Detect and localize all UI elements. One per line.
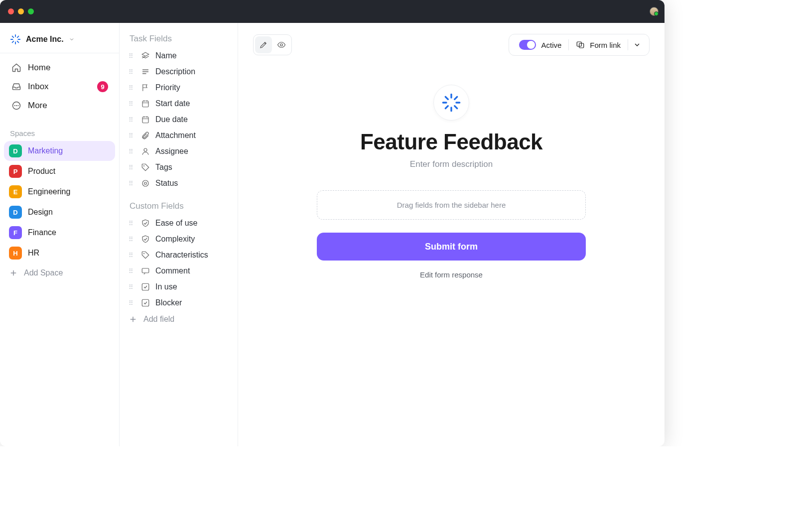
drag-handle-icon: ⠿ [129,100,135,108]
titlebar [0,0,664,23]
nav-home[interactable]: Home [4,58,115,77]
nav-inbox[interactable]: Inbox 9 [4,77,115,96]
calendar-icon [140,115,150,125]
nav-home-label: Home [28,63,50,73]
space-label: Engineering [28,187,70,196]
spaces-list: DMarketingPProductEEngineeringDDesignFFi… [0,140,119,264]
submit-form-button[interactable]: Submit form [317,233,586,261]
add-field-button[interactable]: Add field [125,311,233,328]
sidebar: Acme Inc. Home Inbox 9 More [0,23,120,446]
edit-form-response-link[interactable]: Edit form response [420,270,483,279]
close-window-button[interactable] [8,8,14,14]
space-label: HR [28,249,39,258]
chevron-down-icon [69,36,75,42]
space-item-design[interactable]: DDesign [4,202,115,222]
edit-mode-button[interactable] [255,36,272,53]
mode-toggle-group [253,34,292,55]
field-label: Assignee [155,147,188,156]
maximize-window-button[interactable] [28,8,34,14]
user-icon [140,146,150,156]
primary-nav: Home Inbox 9 More [0,53,119,124]
space-item-engineering[interactable]: EEngineering [4,182,115,202]
task-field-status[interactable]: ⠿Status [125,175,233,191]
space-label: Design [28,208,53,217]
custom-field-ease-of-use[interactable]: ⠿Ease of use [125,215,233,231]
custom-field-complexity[interactable]: ⠿Complexity [125,231,233,247]
space-item-finance[interactable]: FFinance [4,223,115,243]
shield-icon [140,218,150,228]
spaces-section-label: Spaces [0,124,119,140]
app-logo-icon [10,34,21,45]
drag-handle-icon: ⠿ [129,84,135,92]
task-field-name[interactable]: ⠿Name [125,48,233,64]
task-field-attachment[interactable]: ⠿Attachment [125,128,233,143]
pencil-icon [259,40,268,49]
dropzone-hint: Drag fields from the sidebar here [397,201,506,209]
field-label: Comment [155,266,190,275]
space-item-product[interactable]: PProduct [4,161,115,181]
custom-field-comment[interactable]: ⠿Comment [125,263,233,279]
custom-field-characteristics[interactable]: ⠿Characteristics [125,247,233,263]
submit-label: Submit form [425,242,478,252]
user-avatar[interactable] [650,7,659,16]
custom-fields-list: ⠿Ease of use⠿Complexity⠿Characteristics⠿… [125,215,233,311]
drag-handle-icon: ⠿ [129,283,135,291]
space-badge: E [9,185,22,198]
space-badge: D [9,206,22,219]
space-item-hr[interactable]: HHR [4,243,115,263]
form-link-dropdown[interactable] [628,36,646,53]
field-label: Blocker [155,298,182,307]
field-label: Complexity [155,235,195,244]
workspace-switcher[interactable]: Acme Inc. [0,27,119,53]
drag-handle-icon: ⠿ [129,164,135,171]
form-toolbar-right: Active Form link [509,34,650,56]
task-fields-label: Task Fields [125,33,233,48]
active-toggle[interactable]: Active [512,36,568,53]
task-field-description[interactable]: ⠿Description [125,64,233,80]
home-icon [11,62,22,73]
nav-inbox-label: Inbox [28,82,49,92]
nav-more[interactable]: More [4,96,115,115]
drag-handle-icon: ⠿ [129,180,135,187]
task-field-due-date[interactable]: ⠿Due date [125,112,233,128]
lines-icon [140,67,150,77]
eye-icon [277,40,286,49]
toggle-switch-icon [519,40,536,50]
field-label: Due date [155,115,188,124]
task-field-assignee[interactable]: ⠿Assignee [125,143,233,159]
space-label: Marketing [28,146,63,155]
preview-mode-button[interactable] [273,36,290,53]
check-icon [140,298,150,308]
drag-handle-icon: ⠿ [129,148,135,155]
space-label: Finance [28,228,56,237]
space-badge: P [9,165,22,178]
custom-field-blocker[interactable]: ⠿Blocker [125,295,233,311]
field-label: Characteristics [155,251,208,260]
chevron-down-icon [633,41,641,49]
drag-handle-icon: ⠿ [129,220,135,227]
tag-icon [140,162,150,172]
task-field-start-date[interactable]: ⠿Start date [125,96,233,112]
form-title[interactable]: Feature Feedback [360,130,542,154]
app-window: Acme Inc. Home Inbox 9 More [0,0,664,446]
tag-icon [140,250,150,260]
space-item-marketing[interactable]: DMarketing [4,141,115,161]
field-label: Priority [155,83,180,92]
space-label: Product [28,167,55,176]
workspace-name: Acme Inc. [26,35,64,44]
custom-field-in-use[interactable]: ⠿In use [125,279,233,295]
form-builder-canvas: Active Form link Feature [238,23,664,446]
form-link-button[interactable]: Form link [569,36,628,53]
fields-dropzone[interactable]: Drag fields from the sidebar here [317,190,586,220]
task-field-priority[interactable]: ⠿Priority [125,80,233,96]
custom-fields-label: Custom Fields [125,200,233,215]
add-space-button[interactable]: Add Space [0,264,119,282]
form-description-placeholder[interactable]: Enter form description [410,159,493,169]
task-field-tags[interactable]: ⠿Tags [125,159,233,175]
flag-icon [140,83,150,93]
drag-handle-icon: ⠿ [129,267,135,275]
form-topbar: Active Form link [253,34,650,56]
minimize-window-button[interactable] [18,8,24,14]
form-logo[interactable] [433,85,469,121]
more-icon [11,100,22,111]
